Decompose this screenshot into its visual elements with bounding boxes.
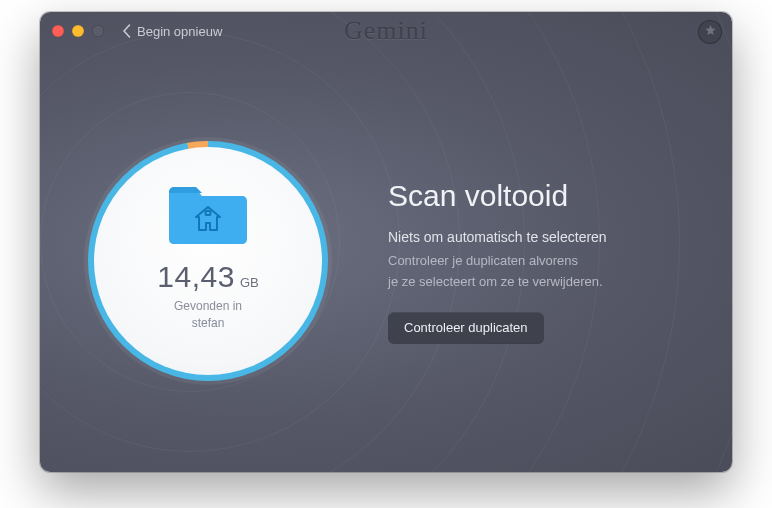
back-label: Begin opnieuw bbox=[137, 24, 222, 39]
close-window-button[interactable] bbox=[52, 25, 64, 37]
size-readout: 14,43 GB bbox=[157, 260, 258, 294]
titlebar: Begin opnieuw Gemini bbox=[40, 12, 732, 50]
minimize-window-button[interactable] bbox=[72, 25, 84, 37]
result-circle-inner: 14,43 GB Gevonden in stefan bbox=[94, 147, 322, 375]
found-in-label: Gevonden in stefan bbox=[174, 298, 242, 332]
window-controls bbox=[52, 25, 104, 37]
star-icon bbox=[704, 23, 717, 41]
review-duplicates-button[interactable]: Controleer duplicaten bbox=[388, 312, 544, 343]
content-area: 14,43 GB Gevonden in stefan Scan voltooi… bbox=[40, 50, 732, 472]
result-panel: Scan voltooid Niets om automatisch te se… bbox=[388, 179, 607, 342]
result-circle: 14,43 GB Gevonden in stefan bbox=[88, 141, 328, 381]
app-window: Begin opnieuw Gemini bbox=[40, 12, 732, 472]
result-body: Controleer je duplicaten alvorens je ze … bbox=[388, 251, 607, 291]
size-value: 14,43 bbox=[157, 260, 235, 294]
home-folder-icon bbox=[165, 180, 251, 250]
zoom-window-button[interactable] bbox=[92, 25, 104, 37]
favorite-button[interactable] bbox=[698, 20, 722, 44]
back-button[interactable]: Begin opnieuw bbox=[122, 24, 222, 39]
progress-ring: 14,43 GB Gevonden in stefan bbox=[88, 141, 328, 381]
result-heading: Scan voltooid bbox=[388, 179, 607, 213]
size-unit: GB bbox=[240, 275, 259, 290]
app-title: Gemini bbox=[344, 16, 428, 46]
result-subheading: Niets om automatisch te selecteren bbox=[388, 229, 607, 245]
chevron-left-icon bbox=[122, 24, 131, 38]
